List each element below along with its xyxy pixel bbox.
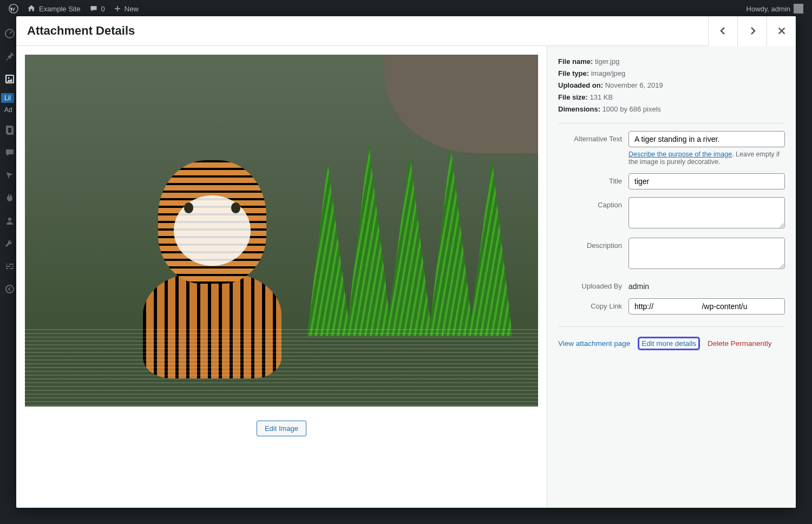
comments-link[interactable]: 0 bbox=[85, 0, 109, 17]
wordpress-icon bbox=[9, 4, 18, 14]
home-icon bbox=[27, 4, 36, 13]
admin-bar: Example Site 0 New Howdy, admin bbox=[0, 0, 812, 17]
wp-logo[interactable] bbox=[4, 0, 23, 17]
site-name-link[interactable]: Example Site bbox=[23, 0, 85, 17]
howdy-text: Howdy, admin bbox=[746, 5, 790, 13]
new-content-link[interactable]: New bbox=[109, 0, 143, 17]
account-link[interactable]: Howdy, admin bbox=[742, 0, 808, 17]
attachment-details-modal: Attachment Details bbox=[16, 16, 796, 17]
prev-attachment-button[interactable] bbox=[708, 16, 737, 17]
svg-point-0 bbox=[9, 4, 18, 13]
site-name: Example Site bbox=[39, 5, 81, 13]
modal-header: Attachment Details bbox=[16, 16, 796, 17]
comments-count: 0 bbox=[101, 5, 105, 13]
close-modal-button[interactable] bbox=[767, 16, 796, 17]
plus-icon bbox=[114, 5, 121, 12]
comment-icon bbox=[89, 4, 98, 13]
next-attachment-button[interactable] bbox=[737, 16, 767, 17]
avatar bbox=[794, 4, 803, 14]
new-label: New bbox=[125, 5, 139, 13]
